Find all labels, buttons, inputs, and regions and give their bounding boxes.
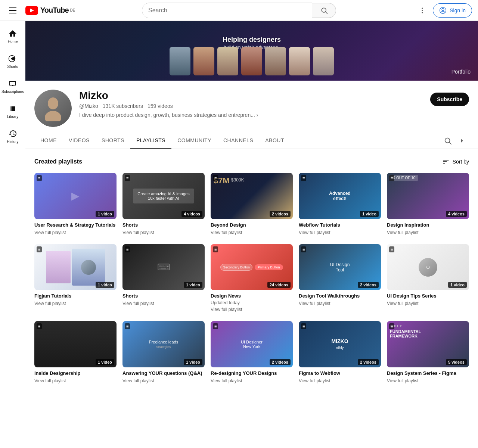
sidebar-item-library-label: Library bbox=[7, 115, 19, 119]
tab-community[interactable]: COMMUNITY bbox=[171, 133, 217, 149]
svg-line-3 bbox=[325, 12, 327, 13]
tab-playlists[interactable]: PLAYLISTS bbox=[130, 133, 171, 149]
playlist-thumb-9: UI DesignTool 2 videos ≡ bbox=[299, 244, 381, 290]
tab-home[interactable]: HOME bbox=[34, 133, 63, 149]
history-icon bbox=[8, 129, 17, 138]
playlist-card-15[interactable]: PART 1: FUNDAMENTALFRAMEWORK 5 videos ≡ … bbox=[387, 321, 469, 383]
playlists-section: Created playlists Sort by ▶ 1 video ≡ bbox=[25, 149, 478, 392]
playlist-title-15: Design System Series - Figma bbox=[387, 370, 469, 377]
playlist-card-13[interactable]: UI DesignerNew York 2 videos ≡ Re-design… bbox=[211, 321, 293, 383]
navbar: YouTube DE bbox=[0, 0, 478, 21]
sidebar-item-library[interactable]: Library bbox=[1, 99, 24, 124]
more-options-button[interactable] bbox=[415, 3, 430, 18]
svg-point-4 bbox=[422, 7, 423, 9]
sidebar-item-shorts[interactable]: Shorts bbox=[1, 49, 24, 74]
playlist-thumb-5: 10 OUT OF 10! 4 videos ≡ bbox=[387, 173, 469, 219]
sort-icon bbox=[442, 158, 450, 165]
search-input[interactable] bbox=[142, 3, 312, 18]
playlist-card-10[interactable]: ○ 1 video ≡ UI Design Tips Series View f… bbox=[387, 244, 469, 312]
playlist-link-14[interactable]: View full playlist bbox=[299, 378, 381, 383]
playlist-link-9[interactable]: View full playlist bbox=[299, 301, 381, 306]
shorts-icon bbox=[8, 54, 17, 63]
search-button[interactable] bbox=[312, 3, 336, 18]
subscribe-button[interactable]: Subscribe bbox=[430, 93, 469, 106]
playlist-link-6[interactable]: View full playlist bbox=[34, 301, 117, 306]
playlist-count-6: 1 video bbox=[96, 282, 114, 288]
playlist-link-5[interactable]: View full playlist bbox=[387, 230, 469, 235]
search-container bbox=[142, 3, 336, 18]
tab-next-button[interactable] bbox=[455, 134, 469, 148]
playlist-grid-row3: 1 video ≡ Inside Designership View full … bbox=[34, 321, 469, 383]
banner-headline: Helping designers bbox=[223, 36, 281, 44]
queue-icon-9: ≡ bbox=[301, 246, 306, 252]
playlist-grid-row1: ▶ 1 video ≡ User Research & Strategy Tut… bbox=[34, 173, 469, 235]
library-icon bbox=[8, 104, 17, 113]
queue-icon-5: ≡ bbox=[389, 175, 394, 181]
tab-videos[interactable]: VIDEOS bbox=[63, 133, 96, 149]
svg-point-10 bbox=[45, 111, 61, 121]
playlist-card-9[interactable]: UI DesignTool 2 videos ≡ Design Tool Wal… bbox=[299, 244, 381, 312]
svg-line-12 bbox=[449, 142, 451, 144]
subscriptions-icon bbox=[8, 79, 17, 88]
sort-button[interactable]: Sort by bbox=[442, 158, 469, 165]
playlist-thumb-3: $7M $300K 2 videos ≡ bbox=[211, 173, 293, 219]
playlist-link-1[interactable]: View full playlist bbox=[34, 230, 117, 235]
playlist-card-7[interactable]: ⌨ 1 video ≡ Shorts View full playlist bbox=[122, 244, 205, 312]
playlist-card-14[interactable]: MIZKOnthly 2 videos ≡ Figma to Webflow V… bbox=[299, 321, 381, 383]
playlist-thumb-11: 1 video ≡ bbox=[34, 321, 117, 367]
playlist-card-6[interactable]: 1 video ≡ Figjam Tutorials View full pla… bbox=[34, 244, 117, 312]
playlist-link-12[interactable]: View full playlist bbox=[122, 378, 205, 383]
tab-about[interactable]: ABOUT bbox=[259, 133, 290, 149]
playlist-thumb-6: 1 video ≡ bbox=[34, 244, 117, 290]
tab-channels[interactable]: CHANNELS bbox=[217, 133, 259, 149]
queue-icon-4: ≡ bbox=[301, 175, 306, 181]
more-dots-icon bbox=[419, 7, 426, 14]
channel-subscribers: 131K subscribers bbox=[103, 103, 143, 109]
playlist-card-4[interactable]: Advancedeffect! 1 video ≡ Webflow Tutori… bbox=[299, 173, 381, 235]
playlist-link-11[interactable]: View full playlist bbox=[34, 378, 117, 383]
playlist-link-13[interactable]: View full playlist bbox=[211, 378, 293, 383]
playlist-link-15[interactable]: View full playlist bbox=[387, 378, 469, 383]
sidebar-item-history-label: History bbox=[7, 140, 18, 144]
playlist-title-5: Design Inspiration bbox=[387, 222, 469, 228]
playlist-card-11[interactable]: 1 video ≡ Inside Designership View full … bbox=[34, 321, 117, 383]
playlist-card-5[interactable]: 10 OUT OF 10! 4 videos ≡ Design Inspirat… bbox=[387, 173, 469, 235]
playlist-card-2[interactable]: Create amazing AI & images10x faster wit… bbox=[122, 173, 205, 235]
playlist-thumb-12: Freelance leadsstrategies 1 video ≡ bbox=[122, 321, 205, 367]
playlist-title-4: Webflow Tutorials bbox=[299, 222, 381, 228]
sidebar-item-home[interactable]: Home bbox=[1, 24, 24, 49]
channel-details: Mizko @Mizko 131K subscribers 159 videos… bbox=[79, 90, 423, 118]
youtube-logo[interactable]: YouTube DE bbox=[25, 6, 75, 15]
queue-icon-7: ≡ bbox=[125, 246, 130, 252]
sidebar-item-home-label: Home bbox=[8, 40, 18, 44]
playlist-link-10[interactable]: View full playlist bbox=[387, 301, 469, 306]
sidebar-item-subscriptions[interactable]: Subscriptions bbox=[1, 74, 24, 99]
queue-icon-1: ≡ bbox=[37, 175, 42, 181]
queue-icon-13: ≡ bbox=[213, 323, 218, 329]
tab-shorts[interactable]: SHORTS bbox=[96, 133, 130, 149]
playlist-count-3: 2 videos bbox=[270, 211, 291, 217]
playlist-link-3[interactable]: View full playlist bbox=[211, 230, 293, 235]
channel-video-count: 159 videos bbox=[148, 103, 173, 109]
playlist-link-8[interactable]: View full playlist bbox=[211, 307, 293, 312]
sidebar-item-history[interactable]: History bbox=[1, 124, 24, 149]
playlist-title-3: Beyond Design bbox=[211, 222, 293, 228]
playlist-title-6: Figjam Tutorials bbox=[34, 293, 117, 299]
sign-in-button[interactable]: Sign in bbox=[433, 3, 472, 18]
main-content: Helping designers build an unfair advant… bbox=[25, 21, 478, 448]
playlist-link-7[interactable]: View full playlist bbox=[122, 301, 205, 306]
tab-search-button[interactable] bbox=[441, 134, 455, 148]
playlist-card-12[interactable]: Freelance leadsstrategies 1 video ≡ Answ… bbox=[122, 321, 205, 383]
svg-point-6 bbox=[422, 12, 423, 13]
playlist-card-1[interactable]: ▶ 1 video ≡ User Research & Strategy Tut… bbox=[34, 173, 117, 235]
playlist-count-5: 4 videos bbox=[446, 211, 467, 217]
queue-icon-10: ≡ bbox=[389, 246, 394, 252]
playlist-count-4: 1 video bbox=[360, 211, 379, 217]
menu-button[interactable] bbox=[6, 4, 19, 16]
playlist-link-4[interactable]: View full playlist bbox=[299, 230, 381, 235]
playlist-card-3[interactable]: $7M $300K 2 videos ≡ Beyond Design View … bbox=[211, 173, 293, 235]
playlist-card-8[interactable]: Secondary Button Primary Button 24 video… bbox=[211, 244, 293, 312]
queue-icon-2: ≡ bbox=[125, 175, 130, 181]
playlist-link-2[interactable]: View full playlist bbox=[122, 230, 205, 235]
expand-description-button[interactable]: › bbox=[257, 112, 258, 118]
